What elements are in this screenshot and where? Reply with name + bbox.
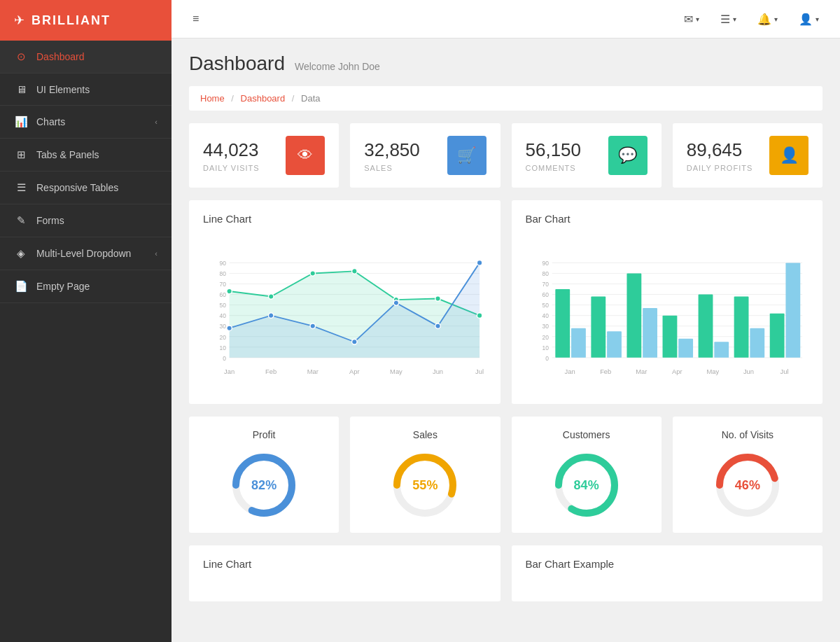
- sidebar-item-multi-level-dropdown[interactable]: ◈ Multi-Level Dropdown ‹: [0, 237, 172, 270]
- svg-text:Jun: Jun: [743, 368, 753, 375]
- stat-label-sales: SALES: [364, 164, 420, 172]
- svg-rect-71: [678, 339, 693, 358]
- donut-title-visits: No. of Visits: [722, 429, 774, 440]
- sidebar-icon-charts: 📊: [14, 116, 28, 128]
- content-area: Dashboard Welcome John Doe Home / Dashbo…: [172, 39, 840, 642]
- sidebar-item-empty-page[interactable]: 📄 Empty Page: [0, 270, 172, 303]
- svg-rect-73: [698, 295, 713, 358]
- sidebar-item-tabs-panels[interactable]: ⊞ Tabs & Panels: [0, 139, 172, 172]
- svg-text:20: 20: [220, 334, 227, 341]
- sidebar-item-responsive-tables[interactable]: ☰ Responsive Tables: [0, 172, 172, 204]
- svg-rect-62: [571, 328, 586, 358]
- stats-row: 44,023 DAILY VISITS 👁 32,850 SALES 🛒 56,…: [189, 123, 822, 188]
- svg-text:0: 0: [223, 355, 226, 362]
- sidebar-item-dashboard[interactable]: ⊙ Dashboard: [0, 41, 172, 74]
- breadcrumb-current: Data: [301, 93, 320, 104]
- sidebar-icon-empty-page: 📄: [14, 280, 28, 293]
- donut-card-visits: No. of Visits 46%: [673, 417, 822, 533]
- stat-info-daily-visits: 44,023 DAILY VISITS: [203, 139, 260, 172]
- svg-text:Jan: Jan: [224, 368, 234, 375]
- menu-toggle-button[interactable]: ≡: [186, 8, 206, 29]
- sidebar-icon-ui-elements: 🖥: [14, 83, 28, 95]
- svg-rect-65: [607, 331, 622, 358]
- svg-text:60: 60: [220, 291, 227, 298]
- sidebar-icon-responsive-tables: ☰: [14, 181, 28, 194]
- user-button[interactable]: 👤 ▾: [792, 8, 826, 30]
- donut-card-sales: Sales 55%: [350, 417, 500, 533]
- breadcrumb-home[interactable]: Home: [200, 93, 225, 104]
- sidebar-icon-forms: ✎: [14, 214, 28, 227]
- line-chart-card: Line Chart 0102030405060708090 JanFebMar…: [189, 200, 500, 404]
- svg-text:10: 10: [220, 344, 227, 351]
- svg-text:70: 70: [220, 281, 227, 288]
- svg-point-28: [268, 313, 274, 319]
- bar-chart-card: Bar Chart 0102030405060708090JanFebMarAp…: [512, 200, 823, 404]
- bottom-row: Line Chart Bar Chart Example: [189, 545, 822, 601]
- svg-text:20: 20: [542, 334, 549, 341]
- sidebar-item-ui-elements[interactable]: 🖥 UI Elements: [0, 74, 172, 106]
- mail-button[interactable]: ✉ ▾: [677, 8, 706, 30]
- svg-text:Mar: Mar: [307, 368, 318, 375]
- user-chevron-icon: ▾: [816, 15, 819, 23]
- donut-card-customers: Customers 84%: [512, 417, 662, 533]
- charts-row: Line Chart 0102030405060708090 JanFebMar…: [189, 200, 822, 404]
- breadcrumb-dashboard[interactable]: Dashboard: [241, 93, 286, 104]
- breadcrumb-sep-1: /: [231, 93, 234, 104]
- svg-point-33: [477, 260, 482, 266]
- logo-icon: ✈: [14, 13, 24, 28]
- svg-point-23: [352, 269, 358, 274]
- bell-chevron-icon: ▾: [774, 15, 778, 23]
- stat-card-daily-visits: 44,023 DAILY VISITS 👁: [189, 123, 339, 188]
- svg-text:Feb: Feb: [265, 368, 276, 375]
- svg-point-27: [227, 326, 232, 331]
- breadcrumb-sep-2: /: [292, 93, 295, 104]
- bar-chart-svg: 0102030405060708090JanFebMarAprMayJunJul: [526, 235, 809, 389]
- chevron-icon-charts: ‹: [155, 118, 158, 126]
- sidebar-label-ui-elements: UI Elements: [36, 84, 90, 95]
- donut-label-sales: 55%: [412, 478, 438, 493]
- svg-rect-61: [555, 289, 570, 358]
- line-chart-svg: 0102030405060708090 JanFebMarAprMayJunJu…: [203, 235, 486, 389]
- sidebar-icon-multi-level-dropdown: ◈: [14, 247, 28, 260]
- main-area: ≡ ✉ ▾ ☰ ▾ 🔔 ▾ 👤 ▾ Dashboard We: [172, 0, 840, 642]
- sidebar-label-multi-level-dropdown: Multi-Level Dropdown: [36, 248, 131, 259]
- svg-text:30: 30: [542, 323, 549, 330]
- svg-point-25: [435, 296, 441, 302]
- sidebar-item-forms[interactable]: ✎ Forms: [0, 204, 172, 237]
- stat-icon-comments: 💬: [608, 136, 648, 175]
- stat-card-comments: 56,150 COMMENTS 💬: [512, 123, 662, 188]
- svg-text:80: 80: [542, 270, 549, 277]
- bell-icon: 🔔: [757, 13, 771, 26]
- page-header: Dashboard Welcome John Doe: [189, 53, 822, 75]
- bar-chart-title: Bar Chart: [526, 213, 809, 225]
- list-icon: ☰: [720, 13, 730, 26]
- svg-rect-77: [750, 328, 764, 358]
- stat-label-daily-profits: DAILY PROFITS: [687, 164, 753, 172]
- svg-text:0: 0: [545, 355, 549, 362]
- list-button[interactable]: ☰ ▾: [713, 8, 743, 30]
- logo-text: BRILLIANT: [31, 13, 111, 28]
- svg-text:90: 90: [542, 260, 549, 267]
- stat-info-comments: 56,150 COMMENTS: [526, 139, 582, 172]
- bottom-line-chart-title: Line Chart: [203, 558, 486, 570]
- svg-rect-68: [643, 308, 657, 358]
- svg-rect-67: [626, 273, 641, 357]
- stat-info-sales: 32,850 SALES: [364, 139, 420, 172]
- sidebar-label-dashboard: Dashboard: [36, 51, 85, 62]
- sidebar-label-responsive-tables: Responsive Tables: [36, 182, 118, 193]
- donut-title-customers: Customers: [563, 429, 610, 440]
- svg-point-29: [310, 323, 316, 329]
- sidebar-item-charts[interactable]: 📊 Charts ‹: [0, 106, 172, 139]
- svg-text:Jan: Jan: [564, 368, 575, 375]
- donut-label-visits: 46%: [735, 478, 760, 493]
- svg-text:May: May: [706, 368, 719, 375]
- sidebar-label-tabs-panels: Tabs & Panels: [36, 149, 99, 160]
- bell-button[interactable]: 🔔 ▾: [750, 8, 785, 30]
- svg-point-26: [477, 313, 482, 319]
- donut-row: Profit 82% Sales 55% Customers 84%: [189, 417, 822, 533]
- svg-rect-76: [734, 297, 748, 358]
- svg-text:30: 30: [220, 323, 227, 330]
- svg-text:May: May: [390, 368, 402, 375]
- stat-info-daily-profits: 89,645 DAILY PROFITS: [687, 139, 753, 172]
- sidebar-header: ✈ BRILLIANT: [0, 0, 172, 41]
